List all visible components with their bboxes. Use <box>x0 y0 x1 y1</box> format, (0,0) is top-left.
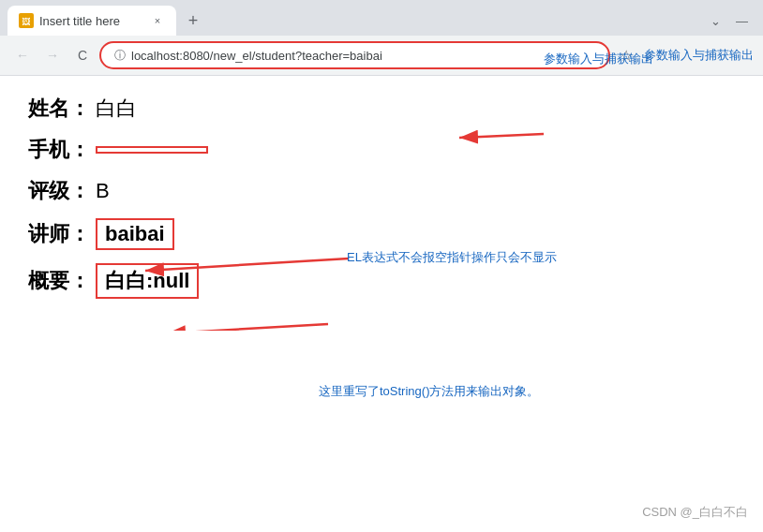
grade-value: B <box>96 179 110 203</box>
grade-row: 评级： B <box>28 177 735 205</box>
nav-bar: ← → C ⓘ localhost:8080/new_el/student?te… <box>0 36 763 75</box>
address-bar[interactable]: ⓘ localhost:8080/new_el/student?teacher=… <box>99 41 610 69</box>
phone-annotation-text: EL表达式不会报空指针操作只会不显示 <box>347 249 557 266</box>
summary-annotation-text: 这里重写了toString()方法用来输出对象。 <box>319 383 539 400</box>
teacher-value: baibai <box>96 218 174 250</box>
tab-bar: 🖼 Insert title here × + ⌄ — <box>0 0 763 36</box>
window-minimize-icon[interactable]: — <box>736 14 748 28</box>
summary-row: 概要： 白白:null <box>28 263 735 299</box>
refresh-button[interactable]: C <box>69 42 96 68</box>
url-annotation: 参数输入与捕获输出 <box>644 47 754 64</box>
tab-close-button[interactable]: × <box>150 13 165 28</box>
phone-row: 手机： <box>28 136 735 164</box>
summary-label: 概要： <box>28 267 90 295</box>
name-label: 姓名： <box>28 95 90 123</box>
tab-title: Insert title here <box>39 14 144 28</box>
back-button[interactable]: ← <box>9 42 36 68</box>
phone-label: 手机： <box>28 136 90 164</box>
teacher-row: 讲师： baibai <box>28 218 735 250</box>
new-tab-button[interactable]: + <box>180 7 206 34</box>
svg-line-5 <box>167 324 328 331</box>
active-tab[interactable]: 🖼 Insert title here × <box>7 6 176 36</box>
window-controls: ⌄ — <box>711 14 756 28</box>
bookmark-button[interactable]: ☆ <box>620 47 633 65</box>
name-row: 姓名： 白白 <box>28 95 735 123</box>
forward-button[interactable]: → <box>39 42 66 68</box>
summary-value: 白白:null <box>96 263 199 299</box>
phone-value <box>96 146 208 154</box>
teacher-label: 讲师： <box>28 220 90 248</box>
lock-icon: ⓘ <box>114 48 126 64</box>
browser-chrome: 🖼 Insert title here × + ⌄ — ← → C ⓘ loca… <box>0 0 763 76</box>
svg-text:🖼: 🖼 <box>22 17 30 26</box>
grade-label: 评级： <box>28 177 90 205</box>
page-content: 姓名： 白白 手机： 评级： B 讲师： baibai 概要： 白白:null <box>0 76 763 331</box>
watermark: CSDN @_白白不白 <box>642 504 748 521</box>
name-value: 白白 <box>96 95 137 123</box>
address-url: localhost:8080/new_el/student?teacher=ba… <box>131 49 382 63</box>
window-chevron-icon: ⌄ <box>711 14 721 28</box>
tab-favicon: 🖼 <box>19 13 34 28</box>
